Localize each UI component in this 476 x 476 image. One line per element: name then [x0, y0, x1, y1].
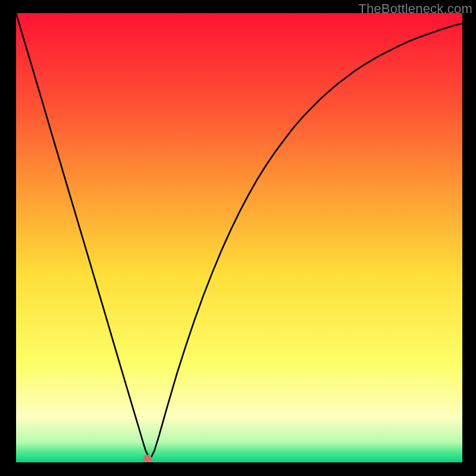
bottleneck-chart — [16, 13, 462, 462]
chart-frame: TheBottleneck.com — [0, 0, 476, 476]
watermark-label: TheBottleneck.com — [358, 1, 472, 17]
